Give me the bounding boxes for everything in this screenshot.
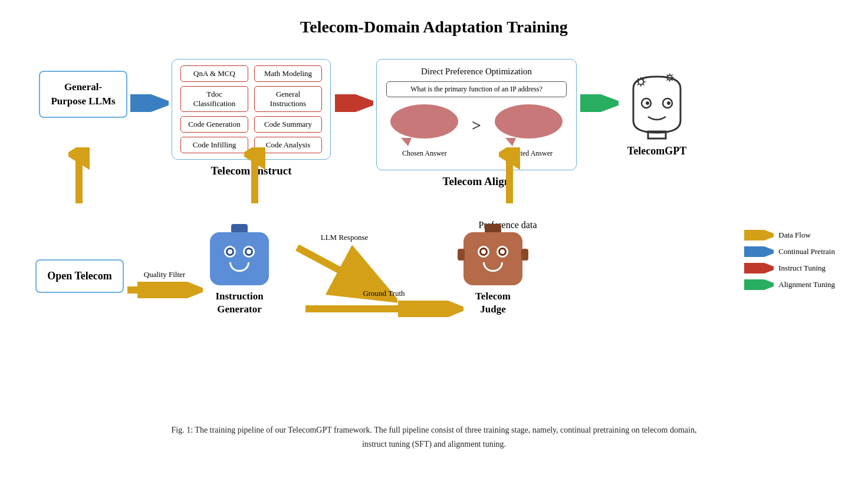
instruct-cell-qna: QnA & MCQ <box>180 65 248 82</box>
instruct-cell-general: General Instructions <box>254 86 322 112</box>
instruction-generator-figure: InstructionGenerator <box>210 224 269 316</box>
dpo-question: What is the primary function of an IP ad… <box>386 81 567 97</box>
dpo-box: Direct Preference Optimization What is t… <box>376 59 577 170</box>
robot-eye-inner-left-judge <box>481 249 486 254</box>
chosen-bubble <box>390 104 458 139</box>
robot-eye-right-instgen <box>243 246 255 258</box>
telecom-judge-label: TelecomJudge <box>475 290 511 316</box>
robot-eye-inner-right-judge <box>500 249 505 254</box>
ground-truth-section: Ground Truth <box>304 289 463 319</box>
dpo-wrapper: Direct Preference Optimization What is t… <box>376 59 577 188</box>
instruction-generator-label: InstructionGenerator <box>215 290 263 316</box>
instruct-grid: QnA & MCQ Math Modeling Tdoc Classificat… <box>172 59 331 160</box>
chosen-bubble-tail <box>401 138 412 146</box>
robot-eyes-instgen <box>224 246 255 258</box>
ground-truth-label: Ground Truth <box>304 289 463 298</box>
robot-eyes-judge <box>478 246 508 258</box>
telecomgpt-figure: TelecomGPT <box>622 65 692 157</box>
legend-alignment-tuning: Alignment Tuning <box>744 279 835 290</box>
telecomgpt-head-svg <box>622 65 692 141</box>
legend: Data Flow Continual Pretrain Instruct Tu… <box>744 230 835 290</box>
telecom-align-label: Telecom Align <box>376 175 577 188</box>
red-arrow-instruct-to-dpo <box>335 94 373 114</box>
chosen-label: Chosen Answer <box>402 149 447 158</box>
legend-instruct-tuning: Instruct Tuning <box>744 263 835 273</box>
caption: Fig. 1: The training pipeline of our Tel… <box>169 423 699 451</box>
quality-filter-label: Quality Filter <box>144 270 185 279</box>
svg-point-6 <box>646 101 649 105</box>
instruct-cell-tdoc: Tdoc Classification <box>180 86 248 112</box>
dpo-title: Direct Preference Optimization <box>386 67 567 77</box>
robot-smile-judge <box>483 262 503 272</box>
legend-data-flow: Data Flow <box>744 230 835 240</box>
robot-body-instgen <box>210 232 269 285</box>
gold-arrow-up-instgen <box>244 147 265 209</box>
diagram-container: General-Purpose LLMs QnA & MCQ Math Mode… <box>27 53 841 418</box>
robot-eye-left-judge <box>478 246 489 258</box>
green-arrow-dpo-to-telecomgpt <box>580 94 619 114</box>
caption-text: Fig. 1: The training pipeline of our Tel… <box>172 426 697 449</box>
instruct-cell-codegen: Code Generation <box>180 116 248 133</box>
gp-llms-label: General-Purpose LLMs <box>39 71 127 118</box>
robot-ear-right-judge <box>521 249 528 261</box>
telecomgpt-label: TelecomGPT <box>622 145 692 157</box>
dpo-answers-row: Chosen Answer > Rejected Answer <box>386 104 567 163</box>
legend-alignment-tuning-label: Alignment Tuning <box>778 280 835 289</box>
legend-continual-pretrain-label: Continual Pretrain <box>778 247 835 256</box>
gold-arrow-up-gp <box>68 147 90 209</box>
gold-arrow-up-judge <box>499 147 520 209</box>
instruct-cell-codesum: Code Summary <box>254 116 322 133</box>
main-title: Telecom-Domain Adaptation Training <box>300 18 568 37</box>
telecom-judge-robot: TelecomJudge <box>463 224 522 316</box>
robot-eye-left-instgen <box>224 246 236 258</box>
quality-filter-section: Quality Filter <box>126 270 203 298</box>
instruct-cell-codeinfill: Code Infilling <box>180 137 248 153</box>
page: Telecom-Domain Adaptation Training Gener… <box>0 0 868 501</box>
robot-eye-inner-right-instgen <box>246 249 251 254</box>
robot-body-judge <box>463 232 522 285</box>
gp-llms-box: General-Purpose LLMs <box>39 71 127 118</box>
instruction-generator-robot: InstructionGenerator <box>210 224 269 316</box>
svg-point-7 <box>667 101 670 105</box>
open-telecom-box: Open Telecom <box>35 259 124 293</box>
greater-than-sign: > <box>472 116 481 135</box>
instruct-grid-inner: QnA & MCQ Math Modeling Tdoc Classificat… <box>180 65 322 153</box>
telecom-judge-figure: TelecomJudge <box>463 224 522 316</box>
chosen-bubble-wrapper: Chosen Answer <box>390 104 458 158</box>
robot-smile-instgen <box>229 262 249 272</box>
robot-eye-inner-left-instgen <box>228 249 232 254</box>
instruct-cell-math: Math Modeling <box>254 65 322 82</box>
robot-eye-right-judge <box>497 246 508 258</box>
open-telecom-label: Open Telecom <box>35 259 124 293</box>
robot-ear-left-judge <box>458 249 465 261</box>
blue-arrow-gp-to-instruct <box>130 94 169 114</box>
rejected-bubble-tail <box>505 138 516 146</box>
legend-instruct-tuning-label: Instruct Tuning <box>778 263 826 273</box>
llm-response-label: LLM Response <box>291 233 397 242</box>
rejected-bubble <box>495 104 563 139</box>
legend-continual-pretrain: Continual Pretrain <box>744 246 835 257</box>
legend-data-flow-label: Data Flow <box>778 230 811 240</box>
